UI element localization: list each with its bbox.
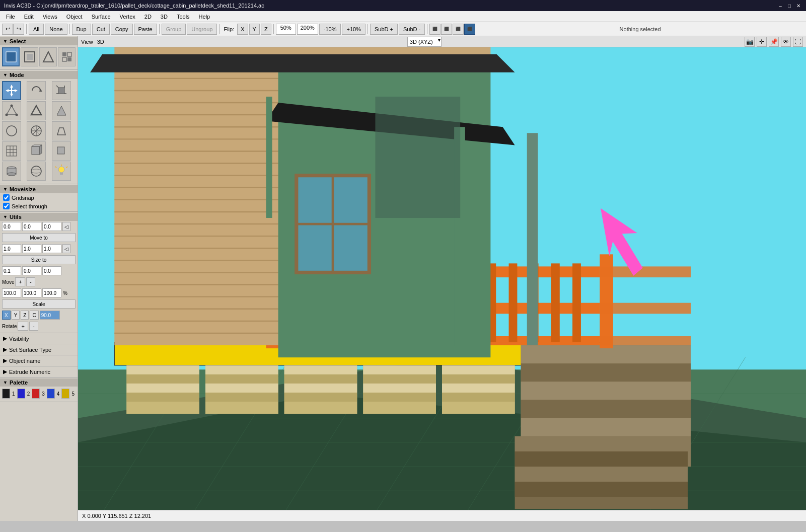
menu-surface[interactable]: Surface — [88, 13, 115, 21]
undo-button[interactable]: ↩ — [2, 24, 13, 35]
utils-collapse2[interactable]: ◁ — [62, 244, 70, 253]
copy-button[interactable]: Copy — [111, 24, 133, 35]
mode-grid[interactable] — [2, 141, 21, 161]
menu-file[interactable]: File — [2, 13, 19, 21]
mode-header[interactable]: ▼ Mode — [0, 71, 78, 79]
menu-views[interactable]: Views — [39, 13, 61, 21]
utils-x1-input[interactable] — [2, 222, 21, 231]
select-header[interactable]: ▼ Select — [0, 37, 78, 45]
object-name-header[interactable]: ▶ Object name — [0, 356, 78, 365]
all-button[interactable]: All — [29, 24, 44, 35]
mode-sphere[interactable] — [27, 162, 46, 181]
move-plus-button[interactable]: + — [15, 277, 25, 286]
rotate-z-btn[interactable]: Z — [21, 311, 29, 320]
selectthrough-checkbox[interactable] — [3, 203, 10, 209]
visibility-header[interactable]: ▶ Visibility — [0, 334, 78, 343]
pin-icon[interactable]: 📌 — [769, 37, 779, 47]
move-minus-button[interactable]: - — [26, 277, 35, 286]
mode-circle[interactable] — [2, 121, 21, 140]
maximize-button[interactable]: □ — [786, 2, 793, 9]
utils-z2-input[interactable] — [42, 244, 61, 253]
flip-y-button[interactable]: Y — [249, 24, 260, 35]
mode-rotate[interactable] — [27, 81, 46, 100]
menu-2d[interactable]: 2D — [140, 13, 156, 21]
utils-collapse1[interactable]: ◁ — [62, 222, 70, 231]
palette-header[interactable]: ▼ Palette — [0, 378, 78, 387]
scale-y-input[interactable] — [22, 288, 41, 297]
pct-plus10-button[interactable]: +10% — [342, 24, 365, 35]
view-toggle-4[interactable]: ⬛ — [464, 24, 475, 35]
menu-vertex[interactable]: Vertex — [116, 13, 139, 21]
viewport-canvas[interactable] — [78, 47, 806, 510]
menu-3d[interactable]: 3D — [157, 13, 172, 21]
utils-z1-input[interactable] — [42, 222, 61, 231]
subd-plus-button[interactable]: SubD + — [370, 24, 398, 35]
palette-swatch-4[interactable] — [61, 389, 69, 399]
palette-swatch-0[interactable] — [2, 389, 10, 399]
movesize-header[interactable]: ▼ Move/size — [0, 185, 78, 193]
palette-swatch-2[interactable] — [32, 389, 40, 399]
scale-x-input[interactable] — [2, 288, 21, 297]
mode-trapez[interactable] — [52, 121, 71, 140]
utils-y2-input[interactable] — [22, 244, 41, 253]
mode-light[interactable] — [52, 162, 71, 181]
ungroup-button[interactable]: Ungroup — [187, 24, 217, 35]
utils-y3-input[interactable] — [22, 266, 41, 275]
mode-cube[interactable] — [27, 141, 46, 161]
view-toggle-1[interactable]: ⬛ — [429, 24, 441, 35]
rotate-minus-btn[interactable]: - — [29, 322, 38, 331]
none-button[interactable]: None — [45, 24, 67, 35]
group-button[interactable]: Group — [162, 24, 186, 35]
palette-swatch-1[interactable] — [17, 389, 25, 399]
utils-y1-input[interactable] — [22, 222, 41, 231]
view-toggle-2[interactable]: ⬛ — [441, 24, 452, 35]
view-toggle-3[interactable]: ⬛ — [453, 24, 464, 35]
utils-header[interactable]: ▼ Utils — [0, 213, 78, 221]
mode-wheel[interactable] — [27, 121, 46, 140]
palette-swatch-3[interactable] — [47, 389, 55, 399]
view-dropdown[interactable]: 3D (XYZ) Front Back Left Right Top Botto… — [407, 37, 442, 47]
paste-button[interactable]: Paste — [134, 24, 157, 35]
close-button[interactable]: ✕ — [795, 2, 802, 9]
flip-x-button[interactable]: X — [237, 24, 248, 35]
surface-type-header[interactable]: ▶ Set Surface Type — [0, 345, 78, 354]
extrude-header[interactable]: ▶ Extrude Numeric — [0, 367, 78, 376]
mode-vertex[interactable] — [2, 101, 21, 120]
mode-edge[interactable] — [27, 101, 46, 120]
eye-icon[interactable]: 👁 — [781, 37, 791, 47]
select-icon-2[interactable] — [39, 47, 57, 66]
pct-minus10-button[interactable]: -10% — [319, 24, 341, 35]
utils-z3-input[interactable] — [42, 266, 61, 275]
gridsnap-checkbox[interactable] — [3, 194, 10, 201]
rotate-x-btn[interactable]: X — [2, 311, 11, 320]
camera-icon[interactable]: 📷 — [745, 37, 755, 47]
select-icon-1[interactable] — [21, 47, 38, 66]
menu-tools[interactable]: Tools — [173, 13, 194, 21]
rotate-c-btn[interactable]: C — [30, 311, 38, 320]
dup-button[interactable]: Dup — [72, 24, 91, 35]
move4-icon[interactable]: ✛ — [757, 37, 767, 47]
move-to-button[interactable]: Move to — [2, 233, 76, 242]
expand-icon[interactable]: ⛶ — [793, 37, 803, 47]
mode-cylinder[interactable] — [2, 162, 21, 181]
subd-minus-button[interactable]: SubD - — [399, 24, 425, 35]
mode-face[interactable] — [52, 101, 71, 120]
rotate-plus-btn[interactable]: + — [18, 322, 28, 331]
menu-object[interactable]: Object — [62, 13, 87, 21]
flip-z-button[interactable]: Z — [261, 24, 271, 35]
redo-button[interactable]: ↪ — [13, 24, 24, 35]
cut-button[interactable]: Cut — [92, 24, 110, 35]
scale-button[interactable]: Scale — [2, 299, 76, 309]
utils-x3-input[interactable] — [2, 266, 21, 275]
select-icon-3[interactable] — [58, 47, 76, 66]
mode-move[interactable] — [2, 81, 21, 100]
mode-scale[interactable] — [52, 81, 71, 100]
minimize-button[interactable]: – — [777, 2, 784, 9]
rotate-y-btn[interactable]: Y — [12, 311, 20, 320]
utils-x2-input[interactable] — [2, 244, 21, 253]
size-to-button[interactable]: Size to — [2, 255, 76, 264]
scale-z-input[interactable] — [42, 288, 61, 297]
menu-edit[interactable]: Edit — [20, 13, 38, 21]
angle-input[interactable] — [40, 311, 60, 320]
menu-help[interactable]: Help — [195, 13, 214, 21]
